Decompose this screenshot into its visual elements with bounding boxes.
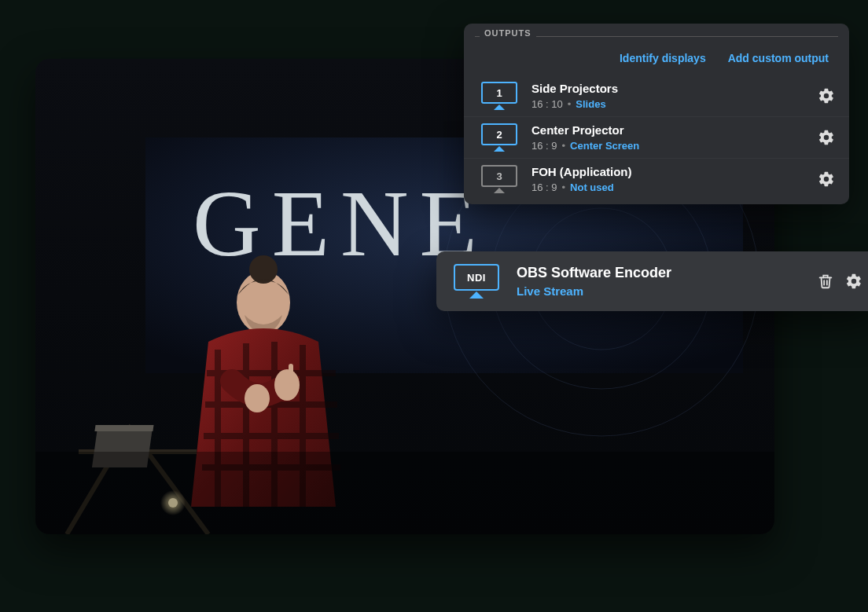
output-title: Center Projector <box>531 123 804 137</box>
gear-icon[interactable] <box>818 129 835 146</box>
identify-displays-link[interactable]: Identify displays <box>620 52 706 64</box>
output-subtitle: 16 : 9•Not used <box>531 181 804 193</box>
output-subtitle: 16 : 10•Slides <box>531 98 804 110</box>
ndi-output-mode[interactable]: Live Stream <box>517 284 800 298</box>
svg-rect-14 <box>35 452 774 534</box>
svg-rect-6 <box>94 425 153 431</box>
output-row[interactable]: 2 Center Projector 16 : 9•Center Screen <box>464 116 849 158</box>
output-title: FOH (Application) <box>531 165 804 178</box>
ndi-output-title: OBS Software Encoder <box>517 265 800 281</box>
monitor-icon: 1 <box>481 82 517 110</box>
svg-point-12 <box>245 384 270 412</box>
gear-icon[interactable] <box>818 87 835 104</box>
outputs-panel-label: OUTPUTS <box>480 28 536 38</box>
svg-rect-13 <box>289 364 293 384</box>
output-subtitle: 16 : 9•Center Screen <box>531 140 804 152</box>
monitor-icon: 2 <box>481 123 517 152</box>
outputs-panel: OUTPUTS Identify displays Add custom out… <box>464 24 849 204</box>
gear-icon[interactable] <box>845 273 862 290</box>
trash-icon[interactable] <box>817 273 834 290</box>
output-title: Side Projectors <box>531 82 804 95</box>
output-row[interactable]: 1 Side Projectors 16 : 10•Slides <box>464 75 849 116</box>
svg-point-11 <box>274 369 300 401</box>
output-row[interactable]: 3 FOH (Application) 16 : 9•Not used <box>464 158 849 200</box>
monitor-icon: 3 <box>481 165 517 193</box>
ndi-output-card[interactable]: NDI OBS Software Encoder Live Stream <box>436 251 868 311</box>
gear-icon[interactable] <box>818 170 835 188</box>
add-custom-output-link[interactable]: Add custom output <box>728 52 829 64</box>
ndi-monitor-icon: NDI <box>454 264 499 299</box>
